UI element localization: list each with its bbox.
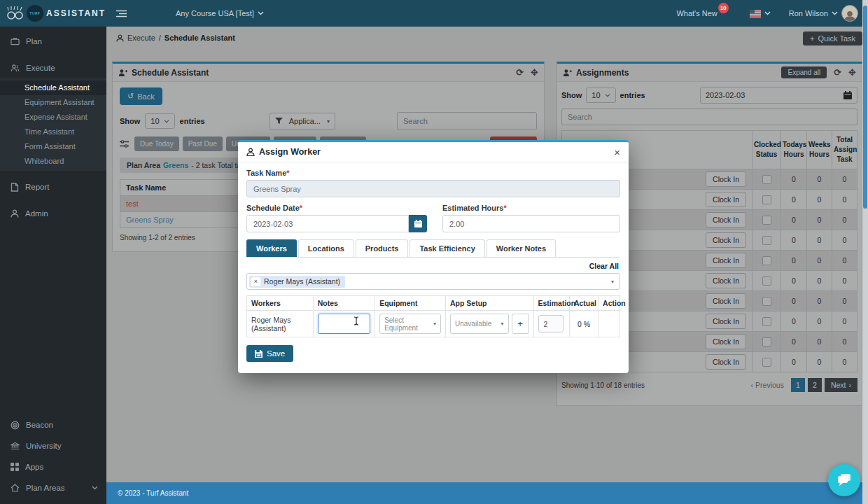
workers-header: Workers <box>247 296 314 311</box>
action-header: Action <box>598 296 620 311</box>
task-name-field: Greens Spray <box>246 180 620 197</box>
sidebar-item-whiteboard[interactable]: Whiteboard <box>0 154 106 169</box>
caret-down-icon: ▾ <box>500 321 503 327</box>
task-name-label: Task Name* <box>246 169 620 177</box>
sidebar-item-schedule-assistant[interactable]: Schedule Assistant <box>0 80 106 95</box>
worker-row: Roger Mays (Assistant) Select Equipment … <box>247 311 620 337</box>
estimated-hours-label: Estimated Hours* <box>442 204 620 212</box>
app-setup-header: App Setup <box>445 296 533 311</box>
whats-new-badge: 10 <box>718 3 729 13</box>
sidebar-item-university[interactable]: University <box>0 435 106 456</box>
equipment-header: Equipment <box>375 296 446 311</box>
sidebar-item-admin[interactable]: Admin <box>0 203 106 224</box>
content-area: Execute / Schedule Assistant + Quick Tas… <box>106 27 868 504</box>
mascot-glasses-icon <box>6 6 24 21</box>
chevron-down-icon <box>832 11 838 15</box>
calendar-button[interactable] <box>409 215 427 232</box>
modal-tabs: Workers Locations Products Task Efficien… <box>246 239 620 258</box>
calendar-icon <box>414 220 422 227</box>
caret-down-icon: ▾ <box>433 321 436 327</box>
users-icon <box>10 64 20 72</box>
workers-table: Workers Notes Equipment App Setup Estima… <box>246 295 620 337</box>
remove-worker-icon[interactable]: × <box>251 277 260 286</box>
sidebar: Plan Execute Schedule Assistant Equipmen… <box>0 27 106 504</box>
actual-header: Actual <box>569 296 598 311</box>
flag-icon <box>750 10 761 18</box>
equipment-select[interactable]: Select Equipment ▾ <box>379 314 441 334</box>
course-selector[interactable]: Any Course USA [Test] <box>176 9 264 18</box>
clear-all-link[interactable]: Clear All <box>246 262 619 270</box>
sidebar-item-report[interactable]: Report <box>0 176 106 197</box>
app-setup-select[interactable]: Unavailable ▾ <box>450 314 509 334</box>
sidebar-item-expense-assistant[interactable]: Expense Assistant <box>0 110 106 125</box>
estimated-hours-field[interactable]: 2.00 <box>442 215 620 232</box>
actual-value: 0 % <box>569 311 598 337</box>
whats-new-link[interactable]: What's New 10 <box>676 8 731 19</box>
grid-icon <box>10 463 19 471</box>
chat-bubble-icon <box>836 473 852 487</box>
action-cell <box>598 311 620 337</box>
bullseye-icon <box>10 421 20 430</box>
brand-text: ASSISTANT <box>46 8 106 18</box>
save-icon <box>255 350 262 358</box>
scrollbar[interactable] <box>862 0 868 504</box>
briefcase-icon <box>10 37 20 46</box>
worker-icon <box>246 148 255 156</box>
sidebar-item-time-assistant[interactable]: Time Assistant <box>0 125 106 139</box>
bank-icon <box>10 442 20 450</box>
sidebar-item-equipment-assistant[interactable]: Equipment Assistant <box>0 95 106 110</box>
brand-logo[interactable]: TURF ASSISTANT <box>0 5 106 22</box>
footer-bar: © 2023 - Turf Assistant <box>106 482 868 504</box>
home-icon <box>10 484 20 492</box>
tab-locations[interactable]: Locations <box>298 239 354 257</box>
copyright-text: © 2023 - Turf Assistant <box>118 489 188 497</box>
sidebar-item-beacon[interactable]: Beacon <box>0 414 106 435</box>
tab-task-efficiency[interactable]: Task Efficiency <box>410 239 484 257</box>
assign-worker-modal: Assign Worker × Task Name* Greens Spray … <box>238 140 629 373</box>
top-navbar: TURF ASSISTANT Any Course USA [Test] Wha… <box>0 0 868 27</box>
workers-multiselect[interactable]: × Roger Mays (Assistant) ▾ <box>246 273 620 290</box>
save-button[interactable]: Save <box>246 345 293 362</box>
modal-title: Assign Worker <box>259 147 321 157</box>
execute-submenu: Schedule Assistant Equipment Assistant E… <box>0 78 106 171</box>
sidebar-item-plan-areas[interactable]: Plan Areas <box>0 477 106 498</box>
turf-assistant-app: TURF ASSISTANT Any Course USA [Test] Wha… <box>0 0 868 504</box>
user-icon <box>10 209 19 218</box>
sidebar-item-plan[interactable]: Plan <box>0 31 106 52</box>
chat-widget-button[interactable] <box>828 464 860 496</box>
selected-worker-chip: × Roger Mays (Assistant) <box>249 276 345 288</box>
notes-input[interactable] <box>318 314 370 334</box>
text-cursor-icon <box>354 316 359 326</box>
estimation-input[interactable]: 2 <box>538 315 564 332</box>
chevron-down-icon <box>92 486 98 490</box>
close-icon[interactable]: × <box>614 146 620 158</box>
caret-down-icon: ▾ <box>611 279 614 285</box>
avatar[interactable] <box>841 5 858 22</box>
sidebar-item-execute[interactable]: Execute <box>0 57 106 78</box>
tab-worker-notes[interactable]: Worker Notes <box>486 239 556 257</box>
menu-icon[interactable] <box>116 10 127 18</box>
file-icon <box>10 183 19 192</box>
notes-header: Notes <box>313 296 374 311</box>
tab-workers[interactable]: Workers <box>246 239 297 257</box>
tab-products[interactable]: Products <box>356 239 409 257</box>
chevron-down-icon <box>258 11 264 15</box>
schedule-date-field[interactable]: 2023-02-03 <box>246 215 409 232</box>
scrollbar-thumb[interactable] <box>863 6 867 209</box>
add-app-setup-button[interactable]: + <box>512 314 529 334</box>
chevron-down-icon <box>764 11 771 15</box>
user-menu[interactable]: Ron Wilson <box>789 5 858 22</box>
estimation-header: Estimation <box>533 296 569 311</box>
language-flag-selector[interactable] <box>750 10 771 18</box>
schedule-date-label: Schedule Date* <box>246 204 427 212</box>
sidebar-item-apps[interactable]: Apps <box>0 456 106 477</box>
gear-icon: TURF <box>27 5 43 22</box>
worker-name: Roger Mays (Assistant) <box>247 311 314 337</box>
sidebar-item-form-assistant[interactable]: Form Assistant <box>0 139 106 154</box>
